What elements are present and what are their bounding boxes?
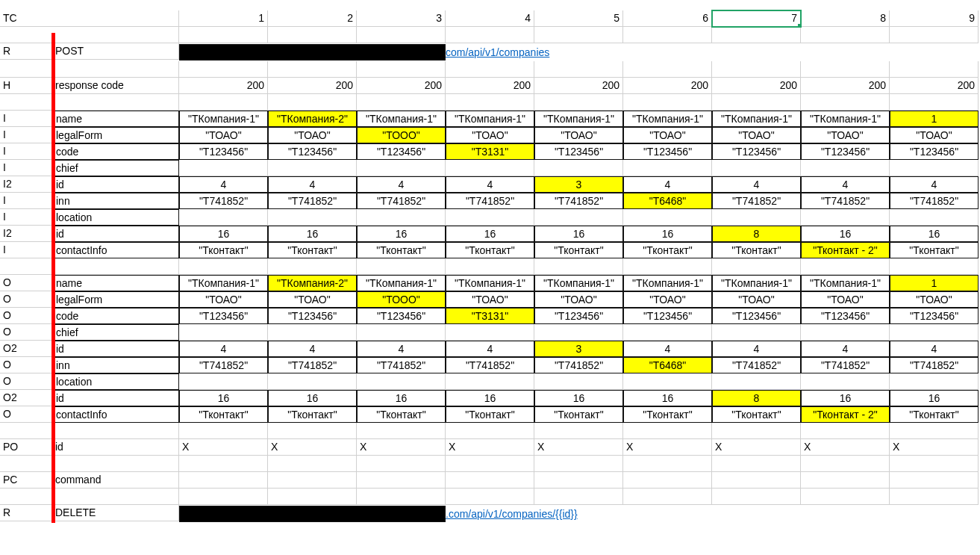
cell-out-legalForm-8[interactable]: "ТОАО" (801, 291, 890, 308)
field-location[interactable]: location (52, 373, 179, 390)
field-command[interactable]: command (52, 472, 179, 489)
blank[interactable] (357, 456, 446, 472)
response-code-1[interactable]: 200 (179, 78, 268, 94)
cell-in-id-9[interactable]: 16 (890, 226, 979, 242)
cell-out-contactInfo-3[interactable]: "Тконтакт" (357, 406, 446, 423)
cell-out-name-4[interactable]: "ТКомпания-1" (446, 275, 534, 291)
cell-out-code-7[interactable]: "T123456" (712, 308, 801, 324)
blank[interactable] (268, 61, 357, 78)
cell-out-contactInfo-9[interactable]: "Тконтакт" (890, 406, 979, 423)
cell-in-contactInfo-7[interactable]: "Тконтакт" (712, 242, 801, 258)
cell-out-legalForm-4[interactable]: "ТОАО" (446, 291, 534, 308)
cell-in-chief-9[interactable] (890, 160, 979, 176)
cell-out-chief-6[interactable] (623, 324, 712, 341)
blank[interactable] (623, 423, 712, 439)
cell-in-id-3[interactable]: 16 (357, 226, 446, 242)
blank[interactable] (712, 456, 801, 472)
cell-out-name-6[interactable]: "ТКомпания-1" (623, 275, 712, 291)
cell-out-contactInfo-2[interactable]: "Тконтакт" (268, 406, 357, 423)
cell-out-chief-1[interactable] (179, 324, 268, 341)
cell-in-chief-2[interactable] (268, 160, 357, 176)
cell-in-code-2[interactable]: "T123456" (268, 143, 357, 160)
cell-out-legalForm-7[interactable]: "ТОАО" (712, 291, 801, 308)
row-tag-out1[interactable]: O (0, 291, 52, 308)
cell-out-id-9[interactable]: 4 (890, 341, 979, 357)
blank[interactable] (0, 27, 52, 43)
field-name[interactable]: name (52, 275, 179, 291)
cell-out-contactInfo-5[interactable]: "Тконтакт" (534, 406, 623, 423)
blank[interactable] (890, 472, 979, 489)
cell-out-id-5[interactable]: 16 (534, 390, 623, 406)
cell-out-location-5[interactable] (534, 373, 623, 390)
cell-in-contactInfo-6[interactable]: "Тконтакт" (623, 242, 712, 258)
blank[interactable] (534, 423, 623, 439)
blank[interactable] (357, 94, 446, 111)
request-url[interactable]: com/api/v1/companies (179, 43, 549, 61)
cell-in-name-7[interactable]: "ТКомпания-1" (712, 111, 801, 127)
api-path-link-2[interactable]: .com/api/v1/companies/{{id}} (446, 508, 578, 520)
col-header-4[interactable]: 4 (446, 10, 534, 27)
blank[interactable] (179, 27, 268, 43)
blank[interactable] (623, 472, 712, 489)
cell-out-chief-8[interactable] (801, 324, 890, 341)
cell-in-location-8[interactable] (801, 209, 890, 226)
row-tag-in7[interactable]: I2 (0, 226, 52, 242)
row-tag-in5[interactable]: I (0, 193, 52, 209)
field-contactInfo[interactable]: contactInfo (52, 242, 179, 258)
blank[interactable] (268, 456, 357, 472)
blank[interactable] (52, 456, 179, 472)
cell-in-inn-4[interactable]: "T741852" (446, 193, 534, 209)
cell-out-location-3[interactable] (357, 373, 446, 390)
col-header-2[interactable]: 2 (268, 10, 357, 27)
row-tag-out6[interactable]: O (0, 373, 52, 390)
cell-out-name-1[interactable]: "ТКомпания-1" (179, 275, 268, 291)
cell-in-inn-9[interactable]: "T741852" (890, 193, 979, 209)
cell-in-code-8[interactable]: "T123456" (801, 143, 890, 160)
cell-out-location-7[interactable] (712, 373, 801, 390)
blank[interactable] (446, 423, 534, 439)
cell-out-chief-3[interactable] (357, 324, 446, 341)
cell-in-legalForm-1[interactable]: "ТОАО" (179, 127, 268, 143)
cell-out-name-2[interactable]: "ТКомпания-2" (268, 275, 357, 291)
cell-in-id-4[interactable]: 4 (446, 176, 534, 193)
row-tag-in0[interactable]: I (0, 111, 52, 127)
col-header-8[interactable]: 8 (801, 10, 890, 27)
blank[interactable] (446, 472, 534, 489)
blank[interactable] (801, 94, 890, 111)
field-po-id[interactable]: id (52, 439, 179, 456)
blank[interactable] (801, 258, 890, 275)
po-5[interactable]: X (534, 439, 623, 456)
cell-out-inn-3[interactable]: "T741852" (357, 357, 446, 373)
cell-out-id-8[interactable]: 4 (801, 341, 890, 357)
cell-in-inn-1[interactable]: "T741852" (179, 193, 268, 209)
cell-out-legalForm-2[interactable]: "ТОАО" (268, 291, 357, 308)
blank[interactable] (179, 94, 268, 111)
cell-out-legalForm-1[interactable]: "ТОАО" (179, 291, 268, 308)
po-3[interactable]: X (357, 439, 446, 456)
response-code-9[interactable]: 200 (890, 78, 979, 94)
blank[interactable] (534, 27, 623, 43)
cell-out-inn-7[interactable]: "T741852" (712, 357, 801, 373)
cell-out-inn-1[interactable]: "T741852" (179, 357, 268, 373)
blank[interactable] (357, 489, 446, 505)
blank[interactable] (357, 61, 446, 78)
blank[interactable] (890, 94, 979, 111)
cell-in-id-1[interactable]: 16 (179, 226, 268, 242)
row-tag-po[interactable]: PO (0, 439, 52, 456)
cell-out-code-4[interactable]: "T3131" (446, 308, 534, 324)
blank[interactable] (623, 258, 712, 275)
blank[interactable] (623, 27, 712, 43)
blank[interactable] (712, 423, 801, 439)
blank[interactable] (357, 27, 446, 43)
blank[interactable] (801, 456, 890, 472)
row-tag-pc[interactable]: PC (0, 472, 52, 489)
blank[interactable] (0, 423, 52, 439)
blank[interactable] (446, 94, 534, 111)
field-code[interactable]: code (52, 308, 179, 324)
cell-out-contactInfo-1[interactable]: "Тконтакт" (179, 406, 268, 423)
cell-in-id-3[interactable]: 4 (357, 176, 446, 193)
cell-in-contactInfo-5[interactable]: "Тконтакт" (534, 242, 623, 258)
blank[interactable] (179, 456, 268, 472)
cell-in-inn-3[interactable]: "T741852" (357, 193, 446, 209)
cell-in-code-6[interactable]: "T123456" (623, 143, 712, 160)
